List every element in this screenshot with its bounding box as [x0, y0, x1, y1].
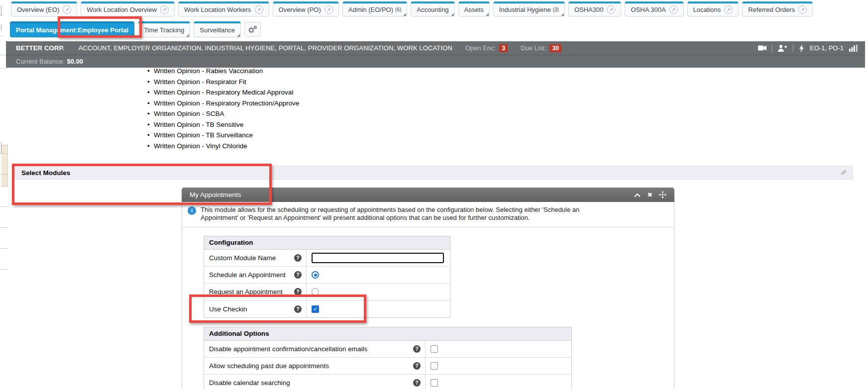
dropdown-fold-icon — [403, 13, 406, 16]
additional-options-table: Additional Options Disable appointment c… — [204, 327, 572, 389]
tab-overview-po[interactable]: Overview (PO)↗ — [273, 1, 339, 16]
open-new-window-icon[interactable]: ↗ — [669, 5, 678, 14]
help-icon[interactable]: ? — [413, 345, 421, 353]
stats-chart-icon[interactable] — [849, 45, 858, 52]
disable-confirmation-emails-checkbox[interactable] — [431, 345, 438, 353]
gutter-tick — [0, 15, 3, 16]
tab-label: Industrial Hygiene — [499, 6, 551, 13]
tab-osha-300a[interactable]: OSHA 300A↗ — [625, 1, 683, 16]
list-item: Written Opinion - Vinyl Chloride — [147, 141, 299, 152]
tab-label: Portal Management:Employee Portal — [16, 26, 128, 34]
open-new-window-icon[interactable]: ↗ — [724, 5, 733, 14]
select-modules-section: Select Modules ✎ — [15, 166, 853, 180]
move-module-icon[interactable] — [659, 191, 666, 198]
gutter-tick — [0, 68, 8, 69]
open-new-window-icon[interactable]: ↗ — [160, 5, 169, 14]
help-icon[interactable]: ? — [294, 305, 302, 313]
open-new-window-icon[interactable]: ↗ — [798, 5, 807, 14]
video-camera-icon[interactable] — [758, 45, 766, 51]
open-new-window-icon[interactable]: ↗ — [325, 5, 333, 14]
add-user-icon[interactable] — [778, 45, 787, 52]
use-checkin-checkbox[interactable]: ✓ — [312, 305, 319, 313]
tab-admin-eo-po[interactable]: Admin (EO/PO)(6) — [342, 1, 408, 16]
help-icon[interactable]: ? — [294, 288, 302, 295]
written-opinion-list: Written Opinion - Rabies Vaccination Wri… — [147, 66, 299, 151]
gutter-tick — [0, 206, 8, 207]
gears-icon — [248, 25, 257, 34]
tab-work-location-overview[interactable]: Work Location Overview↗ — [81, 1, 175, 16]
open-new-window-icon[interactable]: ↗ — [607, 5, 615, 14]
tab-time-tracking[interactable]: Time Tracking — [138, 21, 190, 37]
tab-count: (6) — [395, 7, 401, 12]
help-icon[interactable]: ? — [413, 379, 421, 387]
field-label: Use Checkin — [209, 305, 247, 313]
description-line: This module allows for the scheduling or… — [201, 206, 579, 214]
configuration-table: Configuration Custom Module Name? Schedu… — [204, 236, 450, 318]
tab-industrial-hygiene[interactable]: Industrial Hygiene(3) — [493, 1, 565, 16]
list-item: Written Opinion - Respiratory Protection… — [147, 98, 299, 109]
open-new-window-icon[interactable]: ↗ — [255, 5, 263, 14]
additional-options-table-header: Additional Options — [204, 327, 571, 341]
my-appointments-panel: My Appointments ✖ i This module allows f… — [182, 188, 674, 389]
field-label: Disable calendar searching — [209, 379, 290, 387]
dropdown-fold-icon — [561, 13, 564, 16]
field-label: Custom Module Name — [209, 254, 276, 262]
due-list-label: Due List: — [521, 44, 546, 52]
request-appointment-radio[interactable] — [312, 288, 319, 295]
tab-label: Referred Orders — [748, 6, 795, 13]
remove-module-icon[interactable]: ✖ — [648, 191, 652, 198]
module-description: This module allows for the scheduling or… — [201, 206, 579, 222]
help-icon[interactable]: ? — [294, 254, 302, 262]
table-row-request-appointment: Request an Appointment? — [204, 284, 450, 300]
tab-label: Surveillance — [200, 26, 235, 34]
list-item: Written Opinion - Respirator Fit — [147, 77, 299, 88]
tab-label: Assets — [464, 6, 484, 13]
tab-surveillance[interactable]: Surveillance — [194, 21, 241, 37]
tab-label: Accounting — [417, 6, 448, 13]
tab-accounting[interactable]: Accounting — [411, 1, 454, 16]
disable-calendar-searching-checkbox[interactable] — [431, 379, 438, 387]
tab-label: OSHA300 — [574, 6, 604, 13]
gutter-tick — [1, 24, 1, 31]
divider — [793, 44, 793, 52]
allow-past-due-checkbox[interactable] — [431, 362, 438, 370]
tab-settings-button[interactable] — [244, 22, 261, 37]
panel-body: i This module allows for the scheduling … — [182, 202, 674, 389]
tab-portal-management-employee-portal[interactable]: Portal Management:Employee Portal — [10, 21, 134, 37]
gutter-tick — [0, 227, 8, 228]
tab-label: Overview (PO) — [279, 6, 321, 13]
open-enc-badge[interactable]: 3 — [499, 44, 508, 52]
gutter-tick — [0, 269, 8, 270]
panel-header[interactable]: My Appointments ✖ — [182, 188, 674, 202]
tab-locations[interactable]: Locations↗ — [687, 1, 739, 16]
table-row-use-checkin: Use Checkin? ✓ — [204, 300, 450, 317]
tab-assets[interactable]: Assets — [458, 1, 490, 16]
panel-title: My Appointments — [190, 191, 241, 198]
tab-referred-orders[interactable]: Referred Orders↗ — [742, 1, 813, 16]
info-icon: i — [188, 206, 196, 215]
tab-work-location-workers[interactable]: Work Location Workers↗ — [178, 1, 269, 16]
quick-nav-label[interactable]: EO-1, PO-1 — [810, 44, 844, 52]
custom-module-name-input[interactable] — [312, 253, 444, 263]
tab-osha300[interactable]: OSHA300↗ — [568, 1, 622, 16]
due-list-badge[interactable]: 30 — [549, 44, 561, 52]
balance-label: Current Balance: — [16, 58, 65, 65]
quick-launch-bolt-icon[interactable] — [799, 44, 804, 52]
list-item: Written Opinion - Respiratory Medical Ap… — [147, 87, 299, 98]
edit-pencil-icon[interactable]: ✎ — [840, 168, 847, 178]
schedule-appointment-radio[interactable] — [312, 271, 319, 279]
help-icon[interactable]: ? — [413, 362, 421, 370]
collapse-chevron-icon[interactable] — [634, 193, 641, 197]
dropdown-fold-icon — [486, 13, 489, 16]
primary-tab-bar: Overview (EO)↗ Work Location Overview↗ W… — [11, 1, 813, 16]
tab-overview-eo[interactable]: Overview (EO)↗ — [11, 1, 77, 16]
dropdown-fold-icon — [237, 34, 240, 37]
gutter-tick — [0, 174, 8, 175]
gutter-tick — [0, 153, 8, 154]
help-icon[interactable]: ? — [294, 271, 302, 279]
table-row-allow-past-due: Allow scheduling past due appointments? — [204, 358, 571, 375]
gutter-tick — [0, 36, 4, 36]
open-new-window-icon[interactable]: ↗ — [63, 5, 71, 14]
dropdown-fold-icon — [130, 34, 133, 37]
open-enc-label: Open Enc: — [465, 44, 496, 52]
